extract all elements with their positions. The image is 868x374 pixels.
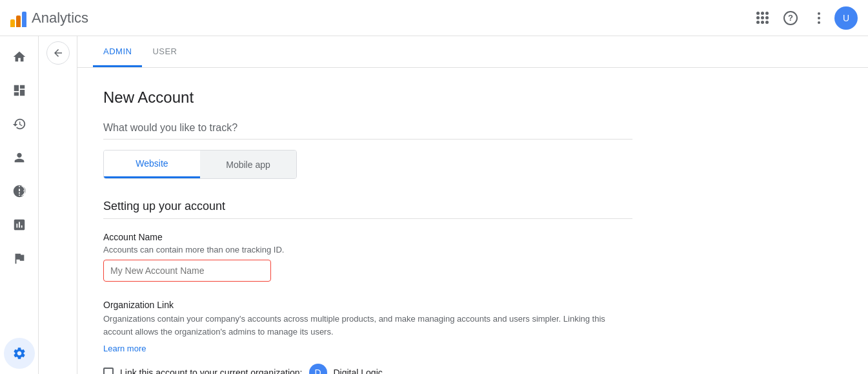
logo-icon bbox=[10, 9, 26, 27]
org-initial: D bbox=[314, 368, 321, 374]
header-actions: ? U bbox=[749, 5, 858, 31]
org-link-checkbox-row: Link this account to your current organi… bbox=[103, 364, 632, 374]
app-title: Analytics bbox=[32, 10, 88, 26]
account-name-help: Accounts can contain more than one track… bbox=[103, 245, 632, 255]
track-option-mobile[interactable]: Mobile app bbox=[200, 151, 296, 178]
org-link-field-group: Organization Link Organizations contain … bbox=[103, 300, 632, 374]
tab-admin[interactable]: ADMIN bbox=[93, 36, 142, 67]
sidebar-item-history[interactable] bbox=[4, 109, 35, 140]
logo: Analytics bbox=[10, 9, 88, 27]
app-body: ADMIN USER New Account What would you li… bbox=[0, 36, 868, 374]
sidebar-item-target[interactable] bbox=[4, 176, 35, 207]
logo-bar-2 bbox=[16, 16, 21, 27]
settings-icon bbox=[12, 346, 26, 360]
help-button[interactable]: ? bbox=[778, 5, 803, 31]
track-options: Website Mobile app bbox=[103, 150, 297, 179]
app-header: Analytics ? U bbox=[0, 0, 868, 36]
home-icon bbox=[12, 50, 26, 64]
sidebar-item-settings[interactable] bbox=[4, 338, 35, 369]
secondary-sidebar bbox=[39, 36, 77, 374]
avatar-initial: U bbox=[843, 13, 849, 23]
account-name-input[interactable] bbox=[103, 260, 271, 282]
history-icon bbox=[12, 117, 26, 131]
help-icon: ? bbox=[783, 11, 798, 25]
sidebar-item-report[interactable] bbox=[4, 209, 35, 240]
sidebar bbox=[0, 36, 39, 374]
tabs-bar: ADMIN USER bbox=[77, 36, 868, 68]
tab-user[interactable]: USER bbox=[142, 36, 187, 67]
org-badge: D bbox=[309, 364, 327, 374]
account-section-title: Setting up your account bbox=[103, 200, 632, 219]
back-button[interactable] bbox=[46, 41, 70, 65]
account-name-label: Account Name bbox=[103, 232, 632, 242]
org-link-checkbox[interactable] bbox=[103, 368, 114, 374]
report-icon bbox=[12, 218, 26, 232]
page-title: New Account bbox=[103, 88, 632, 107]
dashboard-icon bbox=[12, 83, 26, 98]
target-icon bbox=[12, 184, 26, 198]
person-icon bbox=[12, 151, 26, 165]
org-link-checkbox-label: Link this account to your current organi… bbox=[120, 368, 303, 374]
account-name-field-group: Account Name Accounts can contain more t… bbox=[103, 232, 632, 282]
sidebar-item-dashboard[interactable] bbox=[4, 75, 35, 106]
form-area: New Account What would you like to track… bbox=[77, 68, 658, 374]
back-arrow-icon bbox=[52, 47, 64, 59]
user-avatar-button[interactable]: U bbox=[834, 6, 858, 30]
org-link-label: Organization Link bbox=[103, 300, 632, 310]
org-name: Digital Logic bbox=[334, 368, 383, 374]
track-option-website[interactable]: Website bbox=[104, 151, 200, 178]
more-vert-icon bbox=[818, 12, 820, 24]
apps-button[interactable] bbox=[749, 5, 775, 31]
flag-icon bbox=[12, 251, 26, 265]
sidebar-item-person[interactable] bbox=[4, 142, 35, 173]
apps-grid-icon bbox=[756, 12, 769, 24]
logo-bar-3 bbox=[22, 12, 26, 27]
sidebar-item-home[interactable] bbox=[4, 41, 35, 72]
more-button[interactable] bbox=[806, 5, 832, 31]
org-link-desc: Organizations contain your company's acc… bbox=[103, 313, 620, 338]
logo-bar-1 bbox=[10, 19, 15, 27]
sidebar-item-flag[interactable] bbox=[4, 243, 35, 274]
learn-more-link[interactable]: Learn more bbox=[103, 344, 146, 353]
main-content: ADMIN USER New Account What would you li… bbox=[77, 36, 868, 374]
track-section-label: What would you like to track? bbox=[103, 122, 632, 140]
